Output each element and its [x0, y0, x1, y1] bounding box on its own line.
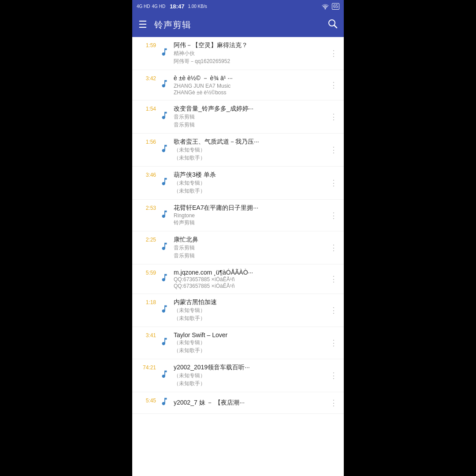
track-info: 内蒙古黑怕加速 （未知专辑） （未知歌手） [174, 298, 328, 322]
svg-line-1 [335, 26, 337, 28]
track-artist: 音乐剪辑 [174, 252, 328, 260]
track-album: （未知专辑） [174, 179, 328, 187]
track-time: 1:54 [137, 105, 156, 112]
more-options-button[interactable]: ⋮ [328, 145, 339, 155]
music-note-icon [160, 177, 169, 189]
track-album: QQ:673657885 ×íÒàÊÅ¹ñ [174, 276, 328, 283]
track-time: 3:42 [137, 74, 156, 82]
more-options-button[interactable]: ⋮ [328, 178, 339, 188]
track-title: 内蒙古黑怕加速 [174, 298, 328, 306]
list-item[interactable]: 3:41 Taylor Swift – Lover （未知专辑） （未知歌手） … [132, 327, 344, 359]
track-album: 音乐剪辑 [174, 113, 328, 121]
track-title: 葫芦侠3楼 单杀 [174, 171, 328, 179]
track-artist: 阿伟哥－qq1620265952 [174, 58, 328, 65]
track-time: 2:53 [137, 204, 156, 211]
track-artist: （未知歌手） [174, 380, 328, 387]
music-note-icon [160, 397, 169, 409]
track-time: 1:56 [137, 138, 156, 145]
track-artist: （未知歌手） [174, 154, 328, 162]
track-list: 1:59 阿伟－【空灵】麻得法克？ 精神小伙 阿伟哥－qq1620265952 … [132, 37, 344, 476]
music-note-icon [160, 337, 169, 349]
track-artist: （未知歌手） [174, 187, 328, 195]
track-artist: 音乐剪辑 [174, 121, 328, 129]
more-options-button[interactable]: ⋮ [328, 305, 339, 315]
search-icon[interactable] [327, 18, 338, 31]
track-info: Taylor Swift – Lover （未知专辑） （未知歌手） [174, 331, 328, 354]
track-artist: 铃声剪辑 [174, 219, 328, 227]
more-options-button[interactable]: ⋮ [328, 48, 339, 58]
track-artist: ZHANGè ±è è½©boss [174, 89, 328, 96]
list-item[interactable]: 3:46 葫芦侠3楼 单杀 （未知专辑） （未知歌手） ⋮ [132, 167, 344, 200]
list-item[interactable]: 5:45 y2002_7 妹 － 【夜店潮··· ⋮ [132, 392, 344, 414]
track-title: Taylor Swift – Lover [174, 331, 328, 338]
list-item[interactable]: 5:59 m.jqzone.com ¸ü¶àÓÅÃÀÒ··· QQ:673657… [132, 264, 344, 294]
phone-frame: 4G HD 4G HD 18:47 1.00 KB/s 65 ☰ 铃声剪辑 [132, 0, 344, 476]
menu-icon[interactable]: ☰ [138, 19, 147, 30]
track-time: 5:45 [137, 397, 156, 404]
track-info: 阿伟－【空灵】麻得法克？ 精神小伙 阿伟哥－qq1620265952 [174, 41, 328, 65]
more-options-button[interactable]: ⋮ [328, 211, 339, 220]
track-time: 3:46 [137, 171, 156, 178]
track-album: Ringtone [174, 212, 328, 219]
status-right: 65 [321, 3, 339, 10]
music-note-icon [160, 209, 169, 222]
track-info: 康忙北鼻 音乐剪辑 音乐剪辑 [174, 236, 328, 260]
app-title: 铃声剪辑 [154, 19, 327, 31]
music-note-icon [160, 47, 169, 60]
music-note-icon [160, 369, 169, 382]
more-options-button[interactable]: ⋮ [328, 112, 339, 122]
wifi-icon [321, 3, 329, 9]
track-info: 花臂轩EA7在平庸的日子里拥··· Ringtone 铃声剪辑 [174, 204, 328, 227]
list-item[interactable]: 2:25 康忙北鼻 音乐剪辑 音乐剪辑 ⋮ [132, 231, 344, 264]
track-title: 阿伟－【空灵】麻得法克？ [174, 41, 328, 49]
track-artist: （未知歌手） [174, 315, 328, 322]
music-note-icon [160, 242, 169, 254]
list-item[interactable]: 1:18 内蒙古黑怕加速 （未知专辑） （未知歌手） ⋮ [132, 294, 344, 327]
track-info: 歌者蛮王、气质武道－我乃压··· （未知专辑） （未知歌手） [174, 138, 328, 162]
list-item[interactable]: 1:59 阿伟－【空灵】麻得法克？ 精神小伙 阿伟哥－qq1620265952 … [132, 37, 344, 70]
track-time: 1:18 [137, 298, 156, 305]
list-item[interactable]: 3:42 è ±è è½© － è¾ ä¹ ··· ZHANG JUN EA7 … [132, 70, 344, 100]
track-info: y2002_2019领音车载百听··· （未知专辑） （未知歌手） [174, 364, 328, 387]
track-time: 3:41 [137, 331, 156, 338]
music-note-icon [160, 111, 169, 123]
track-info: y2002_7 妹 － 【夜店潮··· [174, 399, 328, 407]
battery-icon: 65 [332, 3, 339, 10]
network-signal-1: 4G HD [137, 4, 150, 9]
list-item[interactable]: 2:53 花臂轩EA7在平庸的日子里拥··· Ringtone 铃声剪辑 ⋮ [132, 200, 344, 231]
list-item[interactable]: 74:21 y2002_2019领音车载百听··· （未知专辑） （未知歌手） … [132, 359, 344, 392]
time: 18:47 [170, 3, 184, 10]
track-title: 歌者蛮王、气质武道－我乃压··· [174, 138, 328, 146]
more-options-button[interactable]: ⋮ [328, 398, 339, 408]
track-artist: QQ:673657885 ×íÒàÊÅ¹ñ [174, 283, 328, 289]
track-title: m.jqzone.com ¸ü¶àÓÅÃÀÒ··· [174, 269, 328, 276]
track-album: 精神小伙 [174, 50, 328, 57]
track-title: è ±è è½© － è¾ ä¹ ··· [174, 74, 328, 82]
track-title: 康忙北鼻 [174, 236, 328, 244]
track-title: y2002_7 妹 － 【夜店潮··· [174, 399, 328, 407]
track-info: 葫芦侠3楼 单杀 （未知专辑） （未知歌手） [174, 171, 328, 195]
track-album: （未知专辑） [174, 372, 328, 379]
track-info: m.jqzone.com ¸ü¶àÓÅÃÀÒ··· QQ:673657885 ×… [174, 269, 328, 289]
track-album: （未知专辑） [174, 146, 328, 154]
music-note-icon [160, 144, 169, 156]
more-options-button[interactable]: ⋮ [328, 338, 339, 348]
more-options-button[interactable]: ⋮ [328, 274, 339, 284]
list-item[interactable]: 1:56 歌者蛮王、气质武道－我乃压··· （未知专辑） （未知歌手） ⋮ [132, 134, 344, 167]
track-title: y2002_2019领音车载百听··· [174, 364, 328, 372]
list-item[interactable]: 1:54 改变音量_铃声多多_成婷婷··· 音乐剪辑 音乐剪辑 ⋮ [132, 100, 344, 134]
track-time: 1:59 [137, 41, 156, 48]
more-options-button[interactable]: ⋮ [328, 243, 339, 253]
more-options-button[interactable]: ⋮ [328, 371, 339, 380]
track-title: 改变音量_铃声多多_成婷婷··· [174, 105, 328, 113]
track-info: 改变音量_铃声多多_成婷婷··· 音乐剪辑 音乐剪辑 [174, 105, 328, 129]
track-time: 5:59 [137, 269, 156, 276]
status-bar: 4G HD 4G HD 18:47 1.00 KB/s 65 [132, 0, 344, 12]
music-note-icon [160, 273, 169, 285]
music-note-icon [160, 79, 169, 91]
track-title: 花臂轩EA7在平庸的日子里拥··· [174, 204, 328, 212]
track-album: （未知专辑） [174, 339, 328, 346]
app-bar: ☰ 铃声剪辑 [132, 12, 344, 37]
more-options-button[interactable]: ⋮ [328, 80, 339, 90]
track-time: 2:25 [137, 236, 156, 243]
